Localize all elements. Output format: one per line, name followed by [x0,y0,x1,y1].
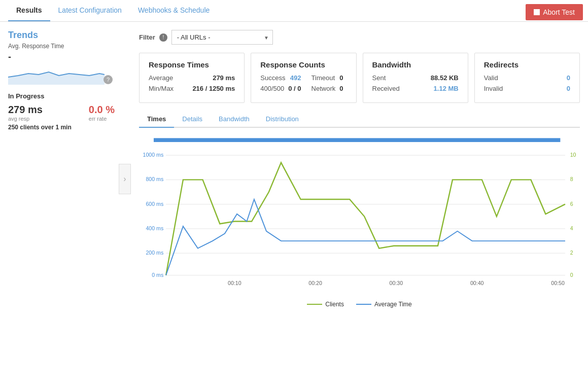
sidebar-wrapper: Trends Avg. Response Time - ? In Progres… [8,30,131,328]
avg-response-label: Avg. Response Time [8,43,115,50]
svg-text:800 ms: 800 ms [146,176,163,182]
chart-tabs: Times Details Bandwidth Distribution [139,111,580,128]
tab-bandwidth[interactable]: Bandwidth [211,111,258,128]
card-row-invalid: Invalid 0 [484,85,570,92]
card-title-bandwidth: Bandwidth [372,60,459,69]
card-row-sent: Sent 88.52 KB [372,74,459,82]
filter-info-icon: ! [159,33,167,42]
sidebar-expand-arrow[interactable]: › [119,164,131,194]
main-chart: 1000 ms 800 ms 600 ms 400 ms 200 ms 0 ms… [139,133,580,295]
filter-label: Filter [139,33,155,41]
svg-text:00:50: 00:50 [551,280,565,286]
tab-webhooks[interactable]: Webhooks & Schedule [130,0,218,21]
card-title-response-counts: Response Counts [260,60,347,69]
sparkline-container: ? [8,64,115,86]
err-rate-group: 0.0 % err rate [89,104,115,122]
progress-bar [154,138,560,142]
clients-info: 250 clients over 1 min [8,124,115,131]
card-title-response-times: Response Times [149,60,235,69]
abort-test-button[interactable]: Abort Test [526,4,583,20]
avg-value: - [8,52,115,62]
err-rate-sub: err rate [89,116,115,122]
card-row-400500: 400/500 0 / 0 [260,85,301,92]
svg-text:0 ms: 0 ms [152,272,163,278]
svg-text:8: 8 [570,176,573,182]
clients-unit: min [60,124,71,131]
header: Results Latest Configuration Webhooks & … [0,0,588,22]
tab-results[interactable]: Results [8,0,50,21]
legend-clients: Clients [307,301,344,308]
avg-resp-val: 279 ms [8,104,43,116]
card-row-timeout: Timeout 0 [312,74,343,82]
avg-resp-group: 279 ms avg resp [8,104,43,122]
avg-time-legend-line [356,304,371,305]
tab-times[interactable]: Times [139,111,174,128]
card-row-success: Success 492 [260,74,301,82]
svg-text:00:30: 00:30 [390,280,403,286]
avg-resp-sub: avg resp [8,116,43,122]
card-row-network: Network 0 [312,85,343,92]
counts-left: Success 492 400/500 0 / 0 [260,74,301,95]
svg-text:200 ms: 200 ms [146,250,163,256]
clients-legend-line [307,304,322,305]
metric-cards: Response Times Average 279 ms Min/Max 21… [139,53,580,103]
svg-text:0: 0 [570,272,573,278]
avg-time-line [166,199,565,275]
svg-text:00:40: 00:40 [470,280,484,286]
legend-avg-time: Average Time [356,301,412,308]
card-response-times: Response Times Average 279 ms Min/Max 21… [139,53,245,103]
chart-legend: Clients Average Time [139,301,580,308]
filter-select-wrapper: - All URLs - [171,30,273,45]
tab-distribution[interactable]: Distribution [258,111,307,128]
trends-title: Trends [8,30,115,41]
question-badge[interactable]: ? [103,75,113,84]
stop-icon [534,9,540,15]
avg-time-legend-label: Average Time [374,301,412,308]
svg-text:4: 4 [570,225,573,231]
filter-select[interactable]: - All URLs - [171,30,273,45]
card-row-average: Average 279 ms [149,74,235,82]
tab-details[interactable]: Details [174,111,211,128]
tab-latest-config[interactable]: Latest Configuration [50,0,130,21]
svg-text:400 ms: 400 ms [146,225,163,231]
clients-legend-label: Clients [325,301,344,308]
stats-row: 279 ms avg resp 0.0 % err rate [8,104,115,122]
card-title-redirects: Redirects [484,60,570,69]
card-row-received: Received 1.12 MB [372,85,459,92]
svg-marker-0 [8,72,105,85]
svg-text:00:10: 00:10 [228,280,241,286]
in-progress-label: In Progress [8,92,115,100]
main-content: Trends Avg. Response Time - ? In Progres… [0,22,588,336]
chart-area: 1000 ms 800 ms 600 ms 400 ms 200 ms 0 ms… [139,128,580,328]
err-rate-val: 0.0 % [89,104,115,116]
card-bandwidth: Bandwidth Sent 88.52 KB Received 1.12 MB [363,53,468,103]
svg-text:2: 2 [570,250,573,256]
filter-row: Filter ! - All URLs - [139,30,580,45]
card-row-minmax: Min/Max 216 / 1250 ms [149,85,235,92]
sparkline-chart [8,64,105,85]
svg-text:1000 ms: 1000 ms [143,152,164,158]
sidebar: Trends Avg. Response Time - ? In Progres… [8,30,115,328]
clients-text: 250 clients over [8,124,54,131]
svg-text:00:20: 00:20 [308,280,322,286]
counts-right: Timeout 0 Network 0 [312,74,343,95]
card-row-valid: Valid 0 [484,74,570,82]
svg-text:6: 6 [570,201,573,207]
svg-text:600 ms: 600 ms [146,201,163,207]
card-redirects: Redirects Valid 0 Invalid 0 [474,53,580,103]
clients-bold: 1 [55,124,59,131]
content-area: Filter ! - All URLs - Response Times Ave… [139,30,580,328]
svg-text:10: 10 [570,152,576,158]
card-response-counts: Response Counts Success 492 400/500 0 / … [251,53,356,103]
